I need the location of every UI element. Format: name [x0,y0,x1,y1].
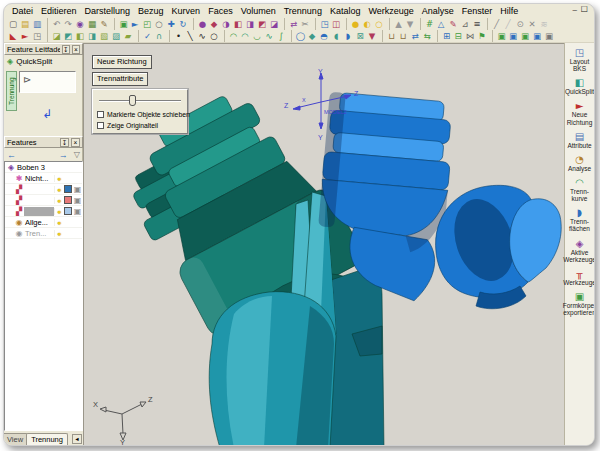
surface-tool-icon-3[interactable]: ◓ [318,30,330,42]
menu-darstellung[interactable]: Darstellung [81,6,135,16]
visibility-bulb-icon[interactable]: ● [54,175,63,182]
export-cube-icon-2[interactable]: ▣ [507,30,519,42]
shade-icon[interactable]: ● [193,18,208,30]
solid-tool-icon-5[interactable]: ◩ [256,18,268,30]
zoom-icon[interactable]: ○ [153,18,165,30]
grid-icon[interactable]: ▦ [86,18,98,30]
tool-trennflaechen[interactable]: ◗ Trenn- flächen [565,205,594,235]
export-cube-icon-4[interactable]: ▣ [531,30,543,42]
view-set-icon[interactable]: ◳ [315,18,330,30]
trennattribute-button[interactable]: Trennattribute [92,72,148,86]
tool-werkzeuge[interactable]: ╥ Werkzeuge [565,266,594,289]
face-tool-icon-1[interactable]: ◪ [47,30,62,42]
surface-tool-icon-2[interactable]: ◆ [306,30,318,42]
line-tool-icon-2[interactable]: ╱ [502,18,514,30]
face-tool-icon-3[interactable]: ◧ [74,30,86,42]
point-icon[interactable]: • [169,30,184,42]
solid-box-icon[interactable]: ▣ [73,196,82,205]
solid-box-icon[interactable]: ▣ [73,207,82,216]
tree-item-nicht[interactable]: ✱ Nicht... ● [5,173,82,184]
solid-tool-icon-6[interactable]: ◪ [268,18,280,30]
menu-kurven[interactable]: Kurven [168,6,205,16]
surface-tool-icon-7[interactable]: ▼ [366,30,378,42]
close-icon[interactable]: × [71,138,80,147]
delete-tool-icon[interactable]: ✕ [526,18,538,30]
3d-viewport[interactable]: Neue Richtung Trennattribute Markierte O… [83,43,567,446]
transfer-icon-2[interactable]: ⇆ [421,30,433,42]
note-icon[interactable]: ✎ [98,18,110,30]
solid-tool-icon-1[interactable]: ◆ [208,18,220,30]
pick-target-box[interactable]: ⊳ [19,71,76,93]
trennung-side-tab[interactable]: Trennung [6,71,17,111]
menu-datei[interactable]: Datei [8,6,37,16]
markierte-objekte-schieben-checkbox[interactable]: Markierte Objekte schieben [97,111,183,118]
menu-katalog[interactable]: Katalog [326,6,365,16]
part-tool-icon-1[interactable]: ⊞ [437,30,452,42]
solid-tool-icon-2[interactable]: ◑ [220,18,232,30]
close-icon[interactable]: × [72,45,80,54]
open-icon[interactable]: ▤ [19,18,31,30]
select-filter-icon[interactable]: ▣ [114,18,129,30]
restore-button[interactable]: ☐ [581,5,588,14]
pin-icon[interactable]: ↧ [60,138,69,147]
annotate-icon[interactable]: ✎ [447,18,459,30]
tool-aktive-werkzeuge[interactable]: ◈ Aktive Werkzeuge [565,236,594,266]
line-tool-icon-1[interactable]: ╱ [487,18,502,30]
solid-tool-icon-3[interactable]: ◧ [232,18,244,30]
menu-editieren[interactable]: Editieren [37,6,81,16]
cap-icon[interactable]: ∩ [153,30,165,42]
wave-tool-icon[interactable]: ≋ [538,18,550,30]
face-tool-icon-6[interactable]: ▨ [110,30,122,42]
line-icon[interactable]: ╲ [184,30,196,42]
ucs-icon[interactable]: ◣ [7,30,19,42]
visibility-bulb-icon[interactable]: ● [54,208,63,215]
tab-scroll-left-icon[interactable]: ◄ [72,434,82,444]
bulb-on-icon[interactable]: ● [346,18,361,30]
mold-tool-icon-1[interactable]: ⊔ [382,30,397,42]
surface-tool-icon-6[interactable]: ⊠ [354,30,366,42]
tree-item-allge[interactable]: ◉ Allge... ● [5,217,82,228]
menu-werkzeuge[interactable]: Werkzeuge [364,6,417,16]
tree-item-split-1[interactable]: ▞ ● ▣ [5,184,82,195]
visibility-bulb-icon[interactable]: ● [54,186,63,193]
tree-item-split-3[interactable]: ▞ ● ▣ [5,206,82,217]
filter-icon[interactable]: ▽ [74,150,80,159]
pin-icon[interactable]: ↧ [62,45,70,54]
new-icon[interactable]: ▢ [7,18,19,30]
save-icon[interactable]: ▥ [31,18,43,30]
undo-icon[interactable]: ↶ [47,18,62,30]
menu-bezug[interactable]: Bezug [134,6,168,16]
angle-icon[interactable]: △ [435,18,447,30]
zoom-window-icon[interactable]: ◰ [141,18,153,30]
arrow-up-icon[interactable]: ▲ [389,18,404,30]
slider-thumb[interactable] [129,95,136,106]
shift-slider[interactable] [99,95,181,106]
curve-tool-icon-5[interactable]: ∫ [275,30,287,42]
circle-icon[interactable]: ○ [208,30,220,42]
checkbox-box[interactable] [97,111,104,118]
face-tool-icon-2[interactable]: ◩ [62,30,74,42]
history-back-icon[interactable]: ← [7,150,16,160]
tool-quicksplit[interactable]: ◧ QuickSplit [565,75,594,98]
face-tool-icon-4[interactable]: ◨ [86,30,98,42]
tool-analyse[interactable]: ◔ Analyse [565,152,594,175]
solid-tool-icon-4[interactable]: ◨ [244,18,256,30]
menu-analyse[interactable]: Analyse [418,6,458,16]
bulb-half-icon[interactable]: ◐ [361,18,373,30]
curve-tool-icon-1[interactable]: ◠ [224,30,239,42]
part-tool-icon-3[interactable]: ⋈ [464,30,476,42]
curve-tool-icon-4[interactable]: ∿ [263,30,275,42]
face-tool-icon-7[interactable]: ▰ [122,30,134,42]
link-icon[interactable]: ⇄ [284,18,299,30]
tool-attribute[interactable]: ▤ Attribute [565,129,594,152]
part-tool-icon-4[interactable]: ⚑ [476,30,488,42]
color-swatch[interactable] [64,207,72,215]
curve-tool-icon-2[interactable]: ◠ [239,30,251,42]
tree-item-tren[interactable]: ◉ Tren... ● [5,228,82,239]
checkbox-box[interactable] [97,122,104,129]
color-swatch[interactable] [64,196,72,204]
tree-item-split-2[interactable]: ▞ ● ▣ [5,195,82,206]
history-forward-icon[interactable]: → [59,150,68,160]
export-cube-icon-5[interactable]: ▣ [543,30,555,42]
render-mode-icon[interactable]: ◫ [330,18,342,30]
